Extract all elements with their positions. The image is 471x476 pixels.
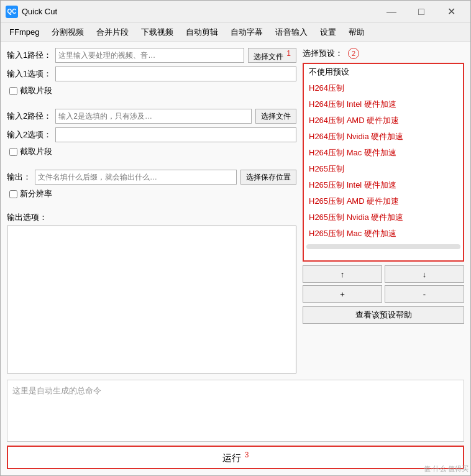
input2-clip-label: 截取片段 — [20, 146, 52, 157]
preset-item[interactable]: H264压制 AMD 硬件加速 — [304, 112, 463, 129]
badge-2: 2 — [348, 48, 359, 59]
preset-item[interactable]: H264压制 Nvidia 硬件加速 — [304, 129, 463, 145]
preset-remove-button[interactable]: - — [385, 285, 464, 303]
menu-item-自动剪辑[interactable]: 自动剪辑 — [180, 24, 224, 40]
title-bar: QC Quick Cut — □ ✕ — [1, 1, 470, 23]
output-save-button[interactable]: 选择保存位置 — [240, 170, 296, 185]
output-option-textarea[interactable] — [7, 226, 296, 373]
preset-item[interactable]: H265压制 — [304, 161, 463, 177]
run-button[interactable]: 运行 3 — [7, 446, 464, 469]
run-area: 运行 3 — [1, 442, 470, 475]
new-resolution-label: 新分辨率 — [20, 188, 52, 199]
input1-option-label: 输入1选项： — [7, 68, 52, 80]
output-input[interactable] — [35, 170, 237, 185]
output-options-section: 输出选项： — [7, 212, 296, 373]
preset-add-button[interactable]: + — [303, 285, 382, 303]
menu-item-合并片段[interactable]: 合并片段 — [90, 24, 135, 40]
input2-path-row: 输入2路径： 选择文件 — [7, 109, 296, 124]
input2-file-button[interactable]: 选择文件 — [255, 109, 296, 124]
input2-clip-checkbox[interactable] — [9, 148, 17, 156]
menu-item-自动字幕[interactable]: 自动字幕 — [224, 24, 269, 40]
input1-clip-label: 截取片段 — [20, 85, 52, 96]
input1-clip-row: 截取片段 — [9, 85, 296, 96]
new-resolution-checkbox[interactable] — [9, 190, 17, 198]
preset-help-button[interactable]: 查看该预设帮助 — [303, 306, 464, 324]
menu-item-语音输入[interactable]: 语音输入 — [269, 24, 314, 40]
input1-file-button[interactable]: 选择文件 1 — [248, 48, 296, 63]
main-window: QC Quick Cut — □ ✕ FFmpeg分割视频合并片段下载视频自动剪… — [0, 0, 471, 476]
preset-item[interactable]: H265压制 Mac 硬件加速 — [304, 226, 463, 242]
menu-item-帮助[interactable]: 帮助 — [342, 24, 371, 40]
output-label: 输出： — [7, 172, 31, 183]
input2-path-label: 输入2路径： — [7, 111, 52, 122]
new-resolution-row: 新分辨率 — [9, 188, 296, 199]
app-title: Quick Cut — [22, 7, 377, 16]
input2-path-input[interactable] — [55, 109, 252, 124]
menu-bar: FFmpeg分割视频合并片段下载视频自动剪辑自动字幕语音输入设置帮助 — [1, 23, 470, 42]
preset-list[interactable]: 不使用预设H264压制H264压制 Intel 硬件加速H264压制 AMD 硬… — [303, 63, 464, 262]
maximize-button[interactable]: □ — [407, 2, 436, 21]
main-content: 输入1路径： 选择文件 1 输入1选项： 截取片段 输入2路径： — [1, 42, 470, 380]
input2-clip-row: 截取片段 — [9, 146, 296, 157]
input1-clip-checkbox[interactable] — [9, 87, 17, 95]
preset-scrollbar[interactable] — [306, 244, 460, 249]
menu-item-分割视频[interactable]: 分割视频 — [45, 24, 90, 40]
input1-path-label: 输入1路径： — [7, 50, 52, 61]
input1-option-input[interactable] — [55, 66, 296, 81]
command-placeholder: 这里是自动生成的总命令 — [12, 386, 101, 395]
input1-path-input[interactable] — [55, 48, 244, 63]
output-row: 输出： 选择保存位置 — [7, 170, 296, 185]
command-area: 这里是自动生成的总命令 — [7, 380, 464, 442]
minimize-button[interactable]: — — [377, 2, 406, 21]
input1-path-row: 输入1路径： 选择文件 1 — [7, 48, 296, 63]
window-controls: — □ ✕ — [377, 2, 465, 21]
preset-item[interactable]: H265压制 AMD 硬件加速 — [304, 193, 463, 209]
preset-item[interactable]: H264压制 — [304, 80, 463, 96]
output-option-label: 输出选项： — [7, 212, 296, 223]
preset-nav-buttons: ↑ ↓ + - — [303, 265, 464, 303]
input1-option-row: 输入1选项： — [7, 66, 296, 81]
preset-item[interactable]: H264压制 Intel 硬件加速 — [304, 96, 463, 112]
right-panel: 选择预设： 2 不使用预设H264压制H264压制 Intel 硬件加速H264… — [303, 48, 464, 373]
preset-item[interactable]: H265压制 Intel 硬件加速 — [304, 177, 463, 193]
app-icon: QC — [6, 6, 18, 18]
preset-header: 选择预设： 2 — [303, 48, 464, 59]
preset-label: 选择预设： — [303, 48, 343, 59]
preset-item[interactable]: 不使用预设 — [304, 64, 463, 80]
preset-up-button[interactable]: ↑ — [303, 265, 382, 283]
preset-down-button[interactable]: ↓ — [385, 265, 464, 283]
preset-item[interactable]: H264压制 Mac 硬件加速 — [304, 145, 463, 161]
input2-option-row: 输入2选项： — [7, 127, 296, 142]
input2-option-input[interactable] — [55, 127, 296, 142]
menu-item-FFmpeg[interactable]: FFmpeg — [3, 25, 45, 39]
preset-item[interactable]: H265压制 Nvidia 硬件加速 — [304, 209, 463, 226]
watermark: 值·什么·值得买 — [424, 464, 469, 474]
menu-item-下载视频[interactable]: 下载视频 — [135, 24, 180, 40]
input2-option-label: 输入2选项： — [7, 129, 52, 140]
close-button[interactable]: ✕ — [437, 2, 465, 21]
menu-item-设置[interactable]: 设置 — [314, 24, 342, 40]
left-panel: 输入1路径： 选择文件 1 输入1选项： 截取片段 输入2路径： — [7, 48, 296, 373]
